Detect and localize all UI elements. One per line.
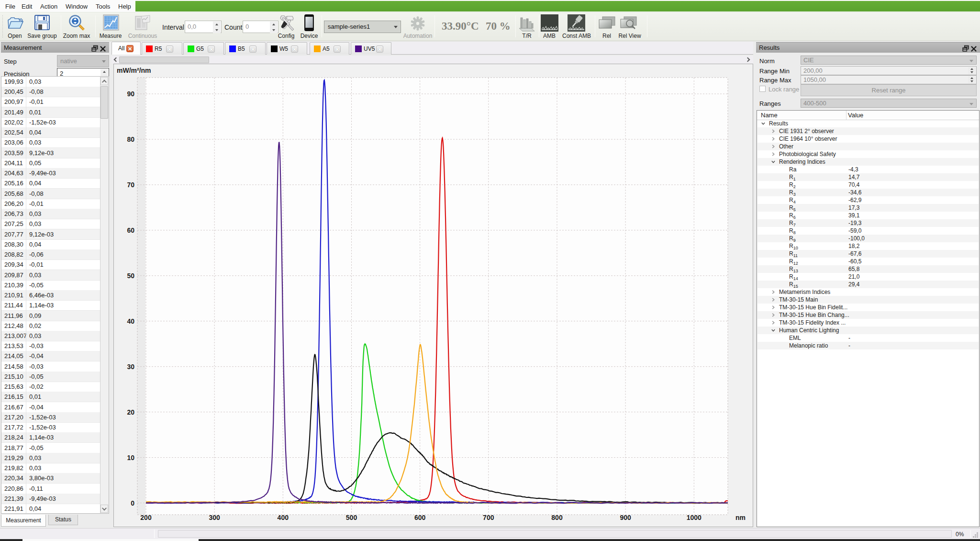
- svg-text:mW/m²/nm: mW/m²/nm: [117, 67, 151, 74]
- svg-text:nm: nm: [735, 514, 746, 521]
- svg-text:400: 400: [278, 514, 289, 521]
- svg-text:1000: 1000: [687, 514, 702, 521]
- svg-text:0: 0: [131, 499, 134, 507]
- svg-text:20: 20: [127, 408, 134, 416]
- svg-text:700: 700: [483, 514, 494, 521]
- svg-text:60: 60: [127, 226, 134, 234]
- svg-text:800: 800: [551, 514, 563, 521]
- svg-text:500: 500: [346, 514, 357, 521]
- svg-text:90: 90: [127, 90, 134, 98]
- svg-text:30: 30: [127, 363, 134, 371]
- svg-text:900: 900: [620, 514, 631, 521]
- svg-text:70: 70: [127, 181, 134, 189]
- svg-text:50: 50: [127, 272, 134, 280]
- svg-text:10: 10: [127, 454, 134, 462]
- svg-text:600: 600: [414, 514, 426, 521]
- svg-text:80: 80: [127, 135, 134, 143]
- svg-text:300: 300: [209, 514, 221, 521]
- svg-text:200: 200: [140, 514, 152, 521]
- svg-text:40: 40: [127, 317, 134, 325]
